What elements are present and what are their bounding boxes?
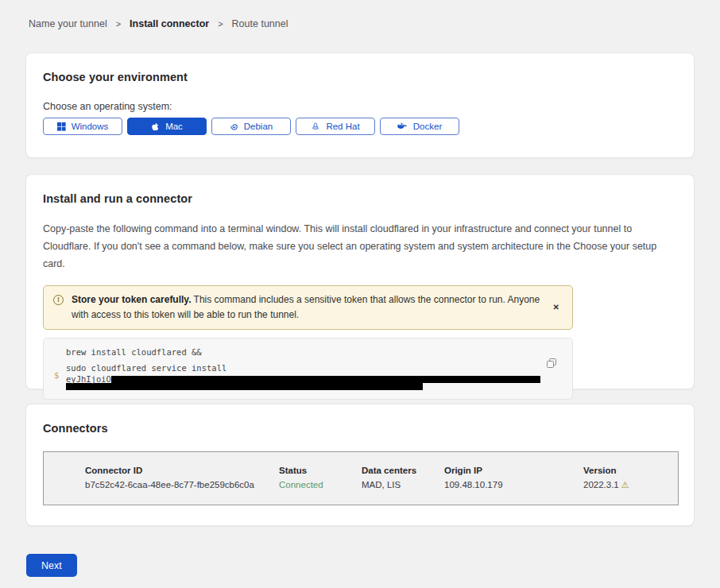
os-option-redhat[interactable]: Red Hat (296, 118, 375, 135)
token-prefix: eyJhIjoiO (66, 374, 111, 384)
cell-connector-id: b7c52c42-6caa-48ee-8c77-fbe259cb6c0a (85, 480, 279, 490)
os-option-windows[interactable]: Windows (43, 118, 122, 135)
column-header-status: Status (279, 466, 362, 475)
alert-circle-icon: ! (53, 295, 64, 305)
redacted-token-bar (66, 383, 423, 390)
token-line: eyJhIjoiO (66, 375, 559, 383)
environment-card-title: Choose your environment (43, 71, 677, 83)
code-line-brew: brew install cloudflared && (66, 346, 559, 358)
cell-data-centers: MAD, LIS (362, 480, 444, 490)
code-line-service-install: sudo cloudflared service install (66, 362, 559, 374)
token-warning-title: Store your token carefully. (72, 294, 192, 305)
breadcrumb-route-tunnel[interactable]: Route tunnel (232, 18, 288, 29)
choose-environment-card: Choose your environment Choose an operat… (25, 52, 695, 158)
connectors-table: Connector ID Status Data centers Origin … (43, 451, 679, 505)
connectors-card-title: Connectors (43, 422, 677, 435)
version-warning-icon: ⚠ (621, 480, 629, 489)
column-header-version: Version (583, 466, 678, 475)
copy-icon[interactable] (547, 358, 556, 371)
os-select-label: Choose an operating system: (43, 101, 677, 112)
os-option-label: Mac (165, 122, 183, 131)
install-connector-card: Install and run a connector Copy-paste t… (25, 174, 695, 389)
docker-icon (397, 122, 408, 130)
breadcrumb-separator: > (218, 19, 223, 29)
windows-icon (57, 122, 66, 131)
os-option-label: Docker (413, 122, 442, 131)
shell-prompt: $ (54, 370, 59, 380)
breadcrumb-install-connector[interactable]: Install connector (130, 18, 209, 29)
redacted-token-bar (111, 376, 540, 383)
cell-version: 2022.3.1⚠ (583, 480, 678, 490)
install-card-title: Install and run a connector (43, 192, 677, 205)
connectors-card: Connectors Connector ID Status Data cent… (25, 404, 695, 526)
os-button-group: Windows Mac Debian Red Hat Docker (43, 118, 677, 135)
os-option-label: Red Hat (326, 122, 359, 131)
breadcrumb-name-your-tunnel[interactable]: Name your tunnel (29, 18, 107, 29)
os-option-debian[interactable]: Debian (211, 118, 291, 135)
apple-icon (151, 122, 160, 132)
next-button[interactable]: Next (26, 554, 77, 577)
column-header-origin-ip: Origin IP (444, 466, 583, 475)
cell-origin-ip: 109.48.10.179 (444, 480, 583, 490)
install-command-codeblock[interactable]: brew install cloudflared && $ sudo cloud… (43, 338, 573, 400)
close-icon[interactable]: ✕ (552, 303, 561, 311)
breadcrumb-separator: > (116, 19, 121, 29)
os-option-label: Windows (72, 122, 109, 131)
redhat-icon (311, 122, 320, 131)
cell-status: Connected (279, 480, 362, 490)
os-option-docker[interactable]: Docker (380, 118, 459, 135)
column-header-connector-id: Connector ID (85, 466, 279, 475)
os-option-mac[interactable]: Mac (127, 118, 207, 135)
debian-icon (230, 122, 238, 131)
column-header-data-centers: Data centers (362, 466, 444, 475)
token-warning-text: Store your token carefully. This command… (72, 292, 544, 323)
install-description: Copy-paste the following command into a … (43, 221, 675, 273)
token-warning-banner: ! Store your token carefully. This comma… (43, 285, 573, 330)
os-option-label: Debian (244, 122, 273, 131)
breadcrumb: Name your tunnel > Install connector > R… (29, 18, 288, 29)
